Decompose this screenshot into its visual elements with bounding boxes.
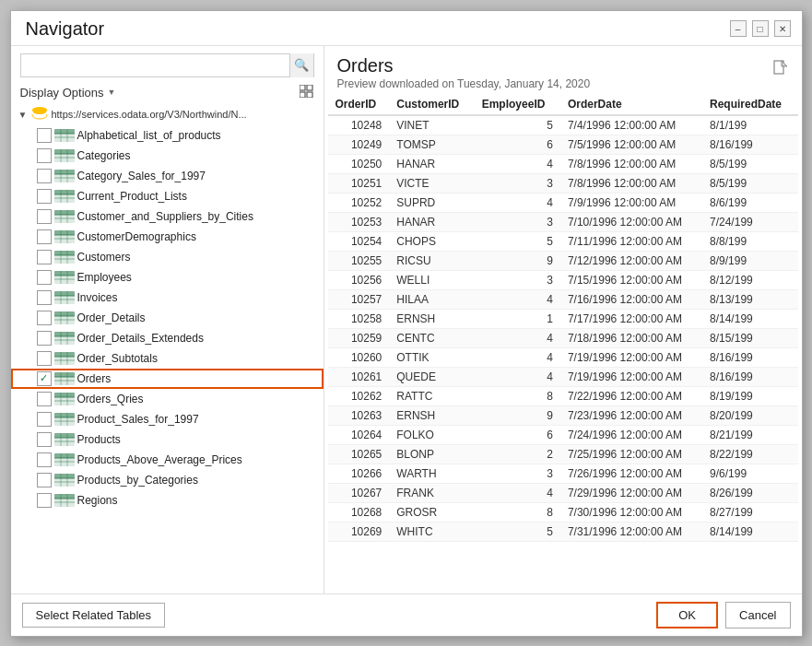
svg-rect-90 <box>54 413 75 417</box>
tree-item[interactable]: Customer_and_Suppliers_by_Cities <box>11 206 324 227</box>
table-cell: 8 <box>475 386 560 405</box>
tree-item-checkbox[interactable] <box>37 250 52 264</box>
view-toggle-button[interactable] <box>300 85 314 100</box>
maximize-button[interactable]: □ <box>752 20 769 37</box>
tree-item-label: Products <box>77 433 121 446</box>
table-cell: 8/5/199 <box>702 154 797 173</box>
tree-item[interactable]: Products_by_Categories <box>11 470 324 490</box>
table-cell: FOLKO <box>389 425 474 444</box>
table-cell: RICSU <box>389 251 474 270</box>
tree-item-checkbox[interactable] <box>37 270 52 285</box>
tree-item-checkbox[interactable] <box>37 229 52 244</box>
tree-item[interactable]: Categories <box>11 146 324 166</box>
table-cell: 7/23/1996 12:00:00 AM <box>560 405 702 425</box>
table-row: 10267FRANK47/29/1996 12:00:00 AM8/26/199 <box>328 483 798 502</box>
table-cell: 8/16/199 <box>702 367 797 386</box>
select-related-tables-button[interactable]: Select Related Tables <box>22 603 166 628</box>
tree-item[interactable]: Category_Sales_for_1997 <box>11 166 324 186</box>
table-cell: 7/30/1996 12:00:00 AM <box>560 502 702 522</box>
titlebar: Navigator – □ ✕ <box>11 11 802 46</box>
table-header: OrderIDCustomerIDEmployeeIDOrderDateRequ… <box>328 94 798 115</box>
ok-button[interactable]: OK <box>656 602 718 628</box>
preview-export-icon[interactable] <box>772 59 789 79</box>
table-column-header: RequiredDate <box>702 94 797 115</box>
search-input[interactable] <box>21 54 289 76</box>
table-icon <box>54 433 75 446</box>
table-cell: 9/6/199 <box>702 464 797 483</box>
left-panel: 🔍 Display Options ▼ <box>11 46 324 593</box>
table-cell: 5 <box>475 115 560 135</box>
table-icon <box>54 210 75 223</box>
table-cell: 10249 <box>328 135 390 154</box>
tree-item[interactable]: ✓ Orders <box>11 369 324 389</box>
data-table-wrapper[interactable]: OrderIDCustomerIDEmployeeIDOrderDateRequ… <box>328 94 798 593</box>
tree-item[interactable]: Order_Details_Extendeds <box>11 328 324 348</box>
table-cell: WELLI <box>389 270 474 289</box>
tree-item[interactable]: CustomerDemographics <box>11 227 324 247</box>
tree-item-label: Categories <box>77 149 131 162</box>
tree-item-checkbox[interactable] <box>37 148 52 163</box>
table-cell: 5 <box>475 522 560 541</box>
tree-item[interactable]: Employees <box>11 267 324 288</box>
tree-item[interactable]: Alphabetical_list_of_products <box>11 125 324 146</box>
svg-rect-3 <box>307 92 312 98</box>
table-cell: 6 <box>475 425 560 444</box>
table-icon <box>54 352 75 365</box>
tree-item-checkbox[interactable] <box>37 331 52 346</box>
tree-item-checkbox[interactable] <box>37 311 52 325</box>
tree-item[interactable]: Current_Product_Lists <box>11 186 324 206</box>
display-options-button[interactable]: Display Options ▼ <box>20 86 116 100</box>
tree-item-checkbox[interactable] <box>37 493 52 508</box>
preview-header-text: Orders Preview downloaded on Tuesday, Ja… <box>337 55 591 90</box>
table-cell: 7/5/1996 12:00:00 AM <box>560 135 702 154</box>
table-cell: 7/31/1996 12:00:00 AM <box>560 522 702 541</box>
table-cell: 10263 <box>328 405 390 425</box>
database-icon <box>31 107 48 123</box>
tree-item[interactable]: Order_Details <box>11 308 324 328</box>
search-button[interactable]: 🔍 <box>289 53 313 77</box>
table-icon <box>54 474 75 487</box>
tree-item[interactable]: Products_Above_Average_Prices <box>11 450 324 470</box>
tree-item-checkbox[interactable] <box>37 189 52 204</box>
table-cell: 10260 <box>328 347 390 367</box>
tree-item-checkbox[interactable] <box>37 169 52 183</box>
table-cell: 8/14/199 <box>702 309 797 328</box>
table-cell: 1 <box>475 309 560 328</box>
tree-item-checkbox[interactable] <box>37 351 52 366</box>
tree-item-checkbox[interactable] <box>37 290 52 305</box>
minimize-button[interactable]: – <box>730 20 747 37</box>
tree-item[interactable]: Customers <box>11 247 324 267</box>
svg-rect-78 <box>54 372 75 377</box>
table-cell: 10265 <box>328 444 390 464</box>
tree-item-checkbox[interactable] <box>37 209 52 224</box>
tree-item-checkbox[interactable] <box>37 392 52 406</box>
tree-item-checkbox[interactable]: ✓ <box>37 371 52 386</box>
table-cell: 8/12/199 <box>702 270 797 289</box>
tree-item-checkbox[interactable] <box>37 128 52 143</box>
tree-item-checkbox[interactable] <box>37 452 52 467</box>
tree-item[interactable]: Invoices <box>11 288 324 308</box>
table-cell: CHOPS <box>389 231 474 251</box>
tree-item-checkbox[interactable] <box>37 473 52 487</box>
tree-item[interactable]: Orders_Qries <box>11 389 324 409</box>
table-cell: 7/11/1996 12:00:00 AM <box>560 231 702 251</box>
tree-item-checkbox[interactable] <box>37 412 52 427</box>
table-cell: 8/16/199 <box>702 135 797 154</box>
cancel-button[interactable]: Cancel <box>725 602 790 628</box>
close-button[interactable]: ✕ <box>774 20 791 37</box>
table-row: 10265BLONP27/25/1996 12:00:00 AM8/22/199 <box>328 444 798 464</box>
preview-header: Orders Preview downloaded on Tuesday, Ja… <box>324 46 802 94</box>
tree-item[interactable]: Regions <box>11 490 324 511</box>
table-column-header: OrderID <box>328 94 390 115</box>
search-bar: 🔍 <box>20 53 314 77</box>
tree-item[interactable]: Order_Subtotals <box>11 348 324 369</box>
tree-root[interactable]: ▼ https://services.odata.org/V3/Northwin… <box>11 104 324 125</box>
tree-item[interactable]: Product_Sales_for_1997 <box>11 409 324 429</box>
table-cell: 7/15/1996 12:00:00 AM <box>560 270 702 289</box>
table-cell: 10254 <box>328 231 390 251</box>
root-url: https://services.odata.org/V3/Northwind/… <box>51 109 246 120</box>
tree-item-checkbox[interactable] <box>37 432 52 447</box>
table-cell: 5 <box>475 231 560 251</box>
tree-item[interactable]: Products <box>11 429 324 450</box>
dialog-body: 🔍 Display Options ▼ <box>11 46 802 593</box>
